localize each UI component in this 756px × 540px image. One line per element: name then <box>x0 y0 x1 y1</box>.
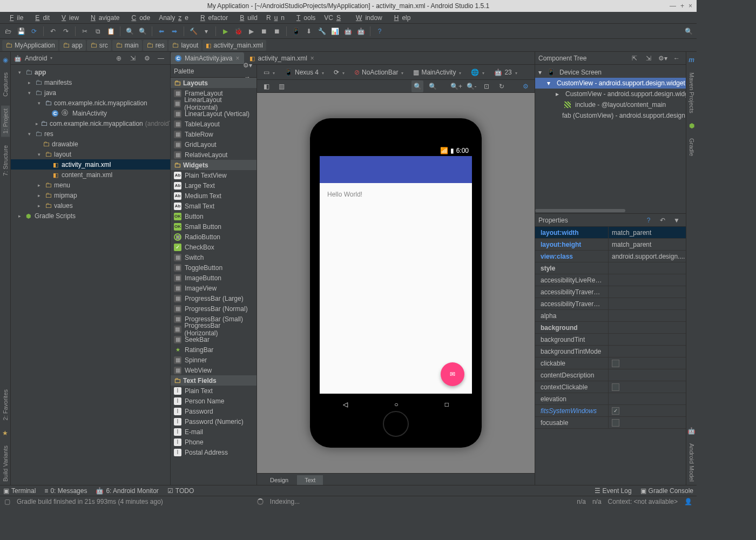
tree-menu[interactable]: ▸menu <box>11 180 170 190</box>
open-icon[interactable]: 🗁 <box>2 25 14 37</box>
render-mode-dropdown[interactable]: ▭ <box>260 68 278 77</box>
tree-pkg1[interactable]: ▾com.example.nick.myapplication <box>11 98 170 108</box>
androidmodel-tab-icon[interactable]: 🤖 <box>687 427 696 435</box>
palette-item[interactable]: ▦Switch <box>171 252 256 262</box>
redo-icon[interactable]: ↷ <box>60 25 72 37</box>
monitor-icon[interactable]: 📊 <box>329 25 341 37</box>
run-icon[interactable]: ▶ <box>219 25 231 37</box>
palette-item[interactable]: IPhone <box>171 437 256 447</box>
tree-layout[interactable]: ▾layout <box>11 149 170 159</box>
property-row[interactable]: backgroundTint <box>535 334 686 346</box>
expand-all-icon[interactable]: ⇱ <box>629 52 640 64</box>
property-row[interactable]: focusable <box>535 417 686 429</box>
text-tab[interactable]: Text <box>297 475 323 485</box>
make-icon[interactable]: 🔨 <box>187 25 199 37</box>
palette-item[interactable]: ▦RelativeLayout <box>171 150 256 160</box>
palette-item[interactable]: IPerson Name <box>171 396 256 406</box>
palette-item[interactable]: ▦ProgressBar (Normal) <box>171 303 256 314</box>
save-icon[interactable]: 💾 <box>15 25 27 37</box>
eventlog-tab[interactable]: ☰Event Log <box>595 487 632 495</box>
tree-mainactivity[interactable]: CⓐMainActivity <box>11 108 170 118</box>
palette-settings-icon[interactable]: ⚙▾ <box>241 59 253 71</box>
messages-tab[interactable]: ≡0: Messages <box>44 487 87 495</box>
maven-tab[interactable]: Maven Projects <box>687 69 696 117</box>
tree-pkg2[interactable]: ▸com.example.nick.myapplication (android… <box>11 118 170 129</box>
palette-item[interactable]: ▦LinearLayout (Horizontal) <box>171 98 256 109</box>
tree-content-main[interactable]: content_main.xml <box>11 170 170 180</box>
menu-edit[interactable]: Edit <box>29 13 53 23</box>
palette-item[interactable]: OKButton <box>171 211 256 221</box>
menu-tools[interactable]: Tools <box>290 13 319 23</box>
palette-item[interactable]: ▦GridLayout <box>171 139 256 150</box>
property-row[interactable]: background <box>535 322 686 334</box>
menu-window[interactable]: Window <box>349 13 386 23</box>
sdk-icon[interactable]: ⬇ <box>303 25 315 37</box>
tree-gear-icon[interactable]: ⚙▾ <box>657 52 669 64</box>
gradleconsole-tab[interactable]: ▣Gradle Console <box>640 487 693 495</box>
component-tree-item[interactable]: include - @layout/content_main <box>535 99 686 110</box>
zoom-in-icon[interactable]: 🔍+ <box>450 80 462 92</box>
theme-dropdown[interactable]: ⊘NoActionBar <box>351 68 407 77</box>
tree-app[interactable]: ▾app <box>11 67 170 77</box>
property-row[interactable]: contentDescription <box>535 369 686 381</box>
find-icon[interactable]: 🔍 <box>124 25 136 37</box>
component-tree-item[interactable]: ▾CustomView - android.support.design.wid… <box>535 78 686 89</box>
crumb-layout[interactable]: layout <box>168 40 201 51</box>
activity-dropdown[interactable]: ▦MainActivity <box>410 68 464 77</box>
run2-icon[interactable]: ▶ <box>245 25 257 37</box>
config-dropdown-icon[interactable]: ▾ <box>200 25 212 37</box>
zoom-fit-icon[interactable]: 🔍 <box>427 80 438 92</box>
refresh-icon[interactable]: ↻ <box>496 80 508 92</box>
palette-item[interactable]: ▦ImageView <box>171 283 256 293</box>
palette-item[interactable]: ▦Spinner <box>171 355 256 365</box>
tree-java[interactable]: ▾java <box>11 87 170 98</box>
menu-file[interactable]: File <box>3 13 26 23</box>
zoom-actual-icon[interactable]: 🔍 <box>411 80 423 92</box>
orientation-dropdown[interactable]: ⟳ <box>330 68 348 77</box>
tree-values[interactable]: ▸values <box>11 200 170 211</box>
avd-icon[interactable]: 📱 <box>290 25 302 37</box>
property-row[interactable]: fitsSystemWindows <box>535 405 686 417</box>
fab-button[interactable]: ✉ <box>441 362 464 386</box>
palette-item[interactable]: ▦ProgressBar (Horizontal) <box>171 324 256 334</box>
androidmodel-tab[interactable]: Android Model <box>687 440 696 485</box>
menu-vcs[interactable]: VCS <box>321 13 347 23</box>
palette-right-icon[interactable]: ▥ <box>275 80 287 92</box>
crumb-res[interactable]: res <box>143 40 168 51</box>
tree-res[interactable]: ▾res <box>11 129 170 139</box>
palette-item[interactable]: ▦LinearLayout (Vertical) <box>171 109 256 119</box>
gradle-tab-icon[interactable]: ⬢ <box>689 122 694 130</box>
tab-activity-main[interactable]: activity_main.xml× <box>245 52 319 64</box>
component-tree-item[interactable]: fab (CustomView) - android.support.desig… <box>535 110 686 121</box>
toolwindow-toggle-icon[interactable]: ▢ <box>4 498 10 505</box>
cut-icon[interactable]: ✂ <box>79 25 91 37</box>
checkbox[interactable] <box>612 360 619 367</box>
menu-analyze[interactable]: Analyze <box>156 13 192 23</box>
palette-item[interactable]: IPassword <box>171 406 256 416</box>
structure-tab[interactable]: 7: Structure <box>1 142 10 179</box>
palette-item[interactable]: ▦ImageButton <box>171 273 256 283</box>
status-context[interactable]: Context: <not available> <box>608 498 678 505</box>
palette-item[interactable]: IE-mail <box>171 427 256 437</box>
prop-filter-icon[interactable]: ▼ <box>671 214 683 226</box>
tab-mainactivity[interactable]: CMainActivity.java× <box>171 52 244 64</box>
crumb-app[interactable]: app <box>59 40 86 51</box>
checkbox[interactable] <box>612 383 619 391</box>
tree-activity-main[interactable]: activity_main.xml <box>11 159 170 170</box>
hide-icon[interactable]: — <box>155 52 167 64</box>
property-row[interactable]: accessibilityTraversalAfter <box>535 286 686 298</box>
crumb-file[interactable]: activity_main.xml <box>202 40 266 51</box>
palette-item[interactable]: ▦WebView <box>171 365 256 375</box>
menu-refactor[interactable]: Refactor <box>194 13 231 23</box>
property-row[interactable]: accessibilityTraversalBefore <box>535 298 686 310</box>
design-tab[interactable]: Design <box>262 475 296 485</box>
checkbox[interactable] <box>612 407 619 415</box>
copy-icon[interactable]: ⧉ <box>92 25 104 37</box>
menu-run[interactable]: Run <box>263 13 288 23</box>
property-row[interactable]: clickable <box>535 357 686 369</box>
component-tree-scrollbar[interactable] <box>535 208 686 213</box>
palette-item[interactable]: AbMedium Text <box>171 191 256 201</box>
palette-item[interactable]: IPostal Address <box>171 447 256 457</box>
terminal-tab[interactable]: ▣Terminal <box>3 487 36 495</box>
api-dropdown[interactable]: 🤖23 <box>491 68 520 77</box>
